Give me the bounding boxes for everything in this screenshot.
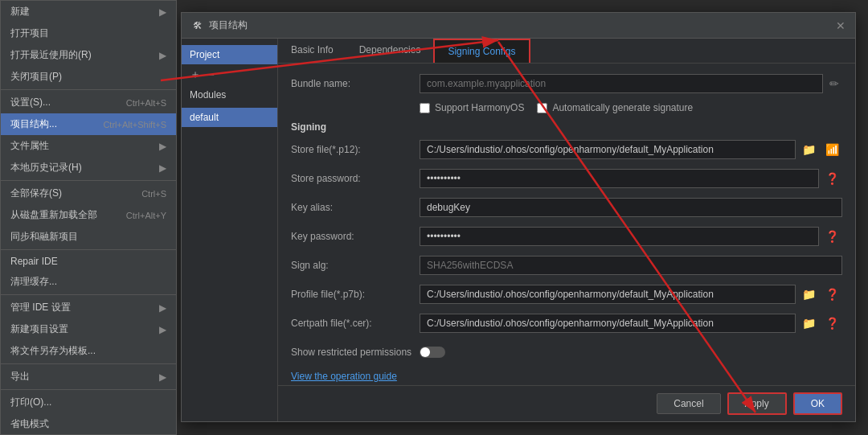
export-arrow: ▶ (159, 371, 166, 383)
menu-close-project[interactable]: 关闭项目(P) (1, 66, 176, 88)
dialog-title-bar: 🛠 项目结构 ✕ (182, 13, 855, 39)
menu-clean-cache[interactable]: 清理缓存... (1, 271, 176, 293)
menu-sync[interactable]: 同步和融新项目 (1, 226, 176, 248)
save-all-shortcut: Ctrl+S (141, 189, 166, 199)
menu-local-history[interactable]: 本地历史记录(H) ▶ (1, 157, 176, 179)
key-alias-wrapper (420, 198, 842, 217)
key-alias-input[interactable] (420, 198, 842, 217)
sep-4 (1, 294, 176, 295)
profile-file-label: Profile file(*.p7b): (291, 289, 420, 300)
show-restricted-toggle[interactable] (420, 347, 445, 358)
new-proj-settings-arrow: ▶ (159, 324, 166, 335)
ok-button[interactable]: OK (793, 392, 842, 415)
key-password-help-icon[interactable]: ❓ (822, 230, 842, 243)
tab-basic-info[interactable]: Basic Info (278, 39, 346, 63)
menu-export[interactable]: 导出 ▶ (1, 366, 176, 388)
file-props-arrow: ▶ (159, 141, 166, 152)
store-password-input[interactable] (420, 169, 819, 188)
menu-print[interactable]: 打印(O)... (1, 392, 176, 413)
profile-file-folder-icon[interactable]: 📁 (799, 288, 819, 301)
show-restricted-label: Show restricted permissions (291, 347, 420, 358)
store-password-help-icon[interactable]: ❓ (822, 172, 842, 185)
menu-save-all[interactable]: 全部保存(S) Ctrl+S (1, 183, 176, 204)
bundle-name-label: Bundle name: (291, 78, 420, 89)
bundle-name-edit-icon[interactable]: ✏ (826, 77, 842, 90)
cancel-button[interactable]: Cancel (657, 393, 720, 414)
apply-button[interactable]: Apply (727, 392, 787, 415)
profile-file-wrapper: 📁 ❓ (420, 285, 842, 304)
dialog-body: Project ＋ － Modules default Basic Info D… (182, 39, 855, 421)
support-harmonyos-checkbox[interactable] (420, 103, 430, 113)
certpath-file-folder-icon[interactable]: 📁 (799, 317, 819, 330)
certpath-file-input[interactable] (420, 314, 796, 333)
close-button[interactable]: ✕ (836, 19, 845, 32)
store-password-label: Store password: (291, 173, 420, 184)
menu-save-template[interactable]: 将文件另存为模板... (1, 340, 176, 362)
form-area: Bundle name: ✏ Support HarmonyOS Automat… (278, 64, 855, 385)
sign-alg-wrapper (420, 256, 842, 275)
auto-generate-checkbox[interactable] (537, 103, 547, 113)
sign-alg-label: Sign alg: (291, 260, 420, 271)
file-menu[interactable]: 新建 ▶ 打开项目 打开最近使用的(R) ▶ 关闭项目(P) 设置(S)... … (0, 0, 177, 435)
menu-file-props[interactable]: 文件属性 ▶ (1, 135, 176, 157)
remove-icon[interactable]: － (206, 68, 217, 82)
sign-alg-row: Sign alg: (291, 255, 842, 276)
sep-6 (1, 389, 176, 390)
certpath-file-row: Certpath file(*.cer): 📁 ❓ (291, 313, 842, 334)
dialog-title: 🛠 项目结构 (191, 18, 248, 32)
add-icon[interactable]: ＋ (190, 68, 201, 82)
bundle-name-input[interactable] (420, 74, 823, 93)
menu-repair[interactable]: Repair IDE (1, 252, 176, 271)
tab-dependencies[interactable]: Dependencies (346, 39, 434, 63)
menu-power-save[interactable]: 省电模式 (1, 413, 176, 435)
bundle-name-wrapper: ✏ (420, 74, 842, 93)
menu-recent[interactable]: 打开最近使用的(R) ▶ (1, 44, 176, 66)
menu-new[interactable]: 新建 ▶ (1, 1, 176, 23)
sign-alg-input[interactable] (420, 256, 842, 275)
dialog-title-icon: 🛠 (191, 19, 204, 32)
show-restricted-row: Show restricted permissions (291, 342, 842, 363)
sep-3 (1, 249, 176, 250)
menu-new-project-settings[interactable]: 新建项目设置 ▶ (1, 318, 176, 340)
tab-signing-configs[interactable]: Signing Configs (433, 39, 530, 63)
support-harmonyos-label[interactable]: Support HarmonyOS (420, 102, 524, 113)
auto-generate-label[interactable]: Automatically generate signature (537, 102, 693, 113)
recent-arrow: ▶ (159, 50, 166, 61)
local-history-arrow: ▶ (159, 162, 166, 174)
menu-reload-all[interactable]: 从磁盘重新加载全部 Ctrl+Alt+Y (1, 204, 176, 226)
project-structure-dialog: 🛠 项目结构 ✕ Project ＋ － Modules default (181, 12, 856, 422)
project-structure-shortcut: Ctrl+Alt+Shift+S (103, 120, 166, 129)
key-password-wrapper: ❓ (420, 227, 842, 246)
store-file-input[interactable] (420, 140, 796, 159)
menu-project-structure[interactable]: 项目结构... Ctrl+Alt+Shift+S (1, 113, 176, 135)
menu-manage-ide[interactable]: 管理 IDE 设置 ▶ (1, 297, 176, 318)
signing-section-header: Signing (291, 121, 842, 133)
certpath-file-help-icon[interactable]: ❓ (822, 317, 842, 330)
bundle-name-row: Bundle name: ✏ (291, 73, 842, 94)
store-file-folder-icon[interactable]: 📁 (799, 143, 819, 156)
store-password-row: Store password: ❓ (291, 168, 842, 189)
view-guide-link[interactable]: View the operation guide (291, 371, 842, 382)
sep-5 (1, 363, 176, 364)
store-file-wrapper: 📁 📶 (420, 140, 842, 159)
settings-shortcut: Ctrl+Alt+S (126, 98, 166, 108)
manage-ide-arrow: ▶ (159, 302, 166, 314)
harmonyos-checkboxes: Support HarmonyOS Automatically generate… (291, 102, 842, 113)
key-password-input[interactable] (420, 227, 819, 246)
profile-file-input[interactable] (420, 285, 796, 304)
add-bar: ＋ － (182, 64, 277, 85)
certpath-file-label: Certpath file(*.cer): (291, 318, 420, 329)
panel-item-default[interactable]: default (182, 108, 277, 127)
panel-item-modules[interactable]: Modules (182, 85, 277, 105)
sep-1 (1, 89, 176, 90)
store-file-signal-icon[interactable]: 📶 (822, 143, 842, 156)
sep-2 (1, 180, 176, 181)
left-panel: Project ＋ － Modules default (182, 39, 278, 421)
dialog-footer: Cancel Apply OK (278, 385, 855, 421)
panel-item-project[interactable]: Project (182, 45, 277, 64)
store-file-row: Store file(*.p12): 📁 📶 (291, 139, 842, 160)
menu-open-project[interactable]: 打开项目 (1, 23, 176, 44)
menu-settings[interactable]: 设置(S)... Ctrl+Alt+S (1, 92, 176, 113)
tab-bar-top: Basic Info Dependencies Signing Configs (278, 39, 855, 64)
profile-file-help-icon[interactable]: ❓ (822, 288, 842, 301)
